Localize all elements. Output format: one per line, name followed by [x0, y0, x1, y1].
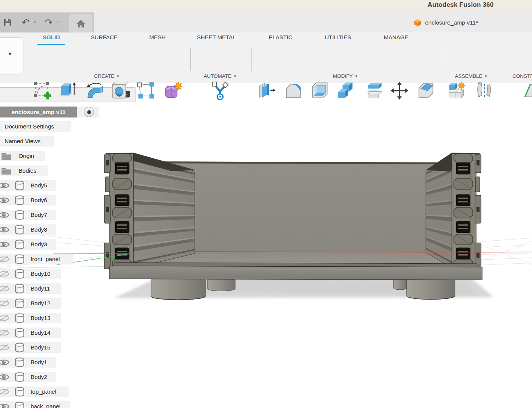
document-name: enclosure_amp v11* — [425, 19, 478, 26]
collapsed-panel-flyout[interactable]: ▼ — [0, 37, 23, 74]
chevron-down-icon: ▾ — [34, 20, 35, 24]
eye-off-icon[interactable] — [0, 255, 9, 263]
bottom-plate-body — [109, 263, 482, 280]
automate-icon — [211, 81, 230, 100]
browser-body-row[interactable]: Body10 — [0, 269, 61, 279]
eye-off-icon[interactable] — [0, 314, 9, 322]
redo-dropdown[interactable]: ▾ — [55, 16, 61, 28]
new-component-button[interactable] — [446, 78, 468, 104]
shell-button[interactable] — [308, 78, 331, 104]
fillet-button[interactable] — [282, 78, 305, 104]
viewport-3d-canvas[interactable] — [0, 83, 532, 408]
offset-face-button[interactable] — [363, 78, 386, 104]
eye-off-icon[interactable] — [0, 284, 9, 293]
browser-body-row[interactable]: Body1 — [0, 357, 56, 368]
undo-dropdown[interactable]: ▾ — [32, 16, 38, 28]
eye-icon[interactable] — [0, 402, 9, 408]
tab-surface[interactable]: SURFACE — [85, 34, 123, 44]
activate-component-radio[interactable] — [84, 107, 94, 117]
create-form-button[interactable] — [162, 78, 184, 104]
eye-icon[interactable] — [0, 211, 9, 219]
tab-manage[interactable]: MANAGE — [377, 34, 415, 44]
revolve-button[interactable] — [83, 78, 106, 104]
group-label-assemble[interactable]: ASSEMBLE▼ — [447, 73, 496, 82]
browser-body-row[interactable]: Body13 — [0, 313, 61, 323]
group-divider — [251, 48, 252, 71]
eye-off-icon[interactable] — [0, 270, 9, 278]
chevron-down-icon: ▼ — [116, 74, 120, 78]
browser-body-row[interactable]: Body2 — [0, 372, 56, 382]
group-label-construct[interactable]: CONSTRUCT▼ — [512, 73, 532, 82]
rectangular-pattern-button[interactable] — [135, 78, 157, 104]
tab-solid[interactable]: SOLID — [36, 34, 66, 44]
browser-folder-origin[interactable]: Origin — [0, 151, 45, 161]
foot-cylinder-back-left — [207, 280, 235, 291]
shell-icon — [310, 81, 329, 100]
browser-root-document[interactable]: enclosure_amp v11 — [0, 107, 77, 117]
title-bar: Autodesk Fusion 360 — [0, 0, 532, 13]
tab-utilities[interactable]: UTILITIES — [319, 34, 357, 44]
new-component-icon — [447, 81, 466, 100]
browser-body-row[interactable]: Body14 — [0, 328, 61, 338]
press-pull-button[interactable] — [255, 78, 278, 104]
chevron-down-icon: ▾ — [57, 20, 59, 24]
save-icon — [3, 18, 12, 27]
eye-off-icon[interactable] — [0, 299, 9, 308]
hole-button[interactable] — [108, 78, 131, 104]
eye-off-icon[interactable] — [0, 388, 9, 396]
browser-body-row[interactable]: Body3 — [0, 239, 56, 250]
browser-body-row[interactable]: Body11 — [0, 283, 61, 294]
undo-button[interactable]: ↶ — [20, 16, 32, 28]
move-copy-button[interactable] — [388, 78, 411, 104]
chamfer-button[interactable] — [415, 78, 437, 104]
eye-off-icon[interactable] — [0, 343, 9, 352]
construct-plane-icon — [524, 81, 532, 100]
eye-icon[interactable] — [0, 226, 9, 234]
group-label-automate[interactable]: AUTOMATE▼ — [194, 73, 247, 82]
extrude-button[interactable] — [56, 78, 79, 104]
browser-body-row[interactable]: Body7 — [0, 210, 56, 220]
browser-body-row[interactable]: Body8 — [0, 224, 56, 235]
browser-body-row[interactable]: Body15 — [0, 342, 61, 353]
eye-icon[interactable] — [0, 181, 9, 190]
browser-body-row[interactable]: Body12 — [0, 298, 61, 309]
browser-body-row[interactable]: top_panel — [0, 386, 69, 397]
browser-folder-bodies[interactable]: Bodies — [0, 165, 48, 176]
eye-icon[interactable] — [0, 240, 9, 249]
group-divider — [190, 48, 191, 71]
eye-icon[interactable] — [0, 373, 9, 381]
create-sketch-button[interactable] — [31, 78, 54, 104]
browser-body-row[interactable]: front_panel — [0, 254, 73, 264]
body-icon — [14, 343, 25, 352]
redo-button[interactable]: ↷ — [43, 16, 55, 28]
chevron-down-icon: ▼ — [484, 74, 487, 78]
save-button[interactable] — [2, 16, 14, 28]
joint-button[interactable] — [472, 78, 495, 104]
tab-plastic[interactable]: PLASTIC — [262, 34, 299, 44]
group-divider — [443, 48, 443, 71]
tab-sheet-metal[interactable]: SHEET METAL — [194, 34, 239, 44]
browser-body-row[interactable]: Body6 — [0, 195, 56, 206]
body-icon — [14, 210, 25, 220]
home-button[interactable] — [69, 14, 93, 32]
body-icon — [14, 328, 25, 338]
browser-body-row[interactable]: Body5 — [0, 180, 56, 191]
group-label-create[interactable]: CREATE▼ — [84, 73, 130, 82]
document-tab[interactable]: enclosure_amp v11* — [413, 12, 512, 32]
tab-mesh[interactable]: MESH — [142, 34, 173, 44]
ribbon-toolbar: SOLID SURFACE MESH SHEET METAL PLASTIC U… — [0, 32, 532, 83]
combine-button[interactable] — [334, 78, 357, 104]
chevron-down-icon: ▼ — [233, 74, 237, 78]
eye-off-icon[interactable] — [0, 329, 9, 337]
automate-button[interactable] — [209, 78, 231, 104]
chevron-down-icon: ▼ — [8, 52, 12, 56]
eye-icon[interactable] — [0, 358, 9, 366]
browser-body-row[interactable]: back_panel — [0, 401, 70, 408]
browser-item-document-settings[interactable]: Document Settings — [0, 121, 71, 132]
construct-plane-button[interactable] — [522, 78, 532, 104]
browser-item-named-views[interactable]: Named Views — [0, 136, 54, 147]
redo-icon: ↷ — [45, 18, 53, 27]
eye-icon[interactable] — [0, 196, 9, 204]
body-icon — [14, 372, 25, 382]
group-label-modify[interactable]: MODIFY▼ — [323, 73, 368, 82]
